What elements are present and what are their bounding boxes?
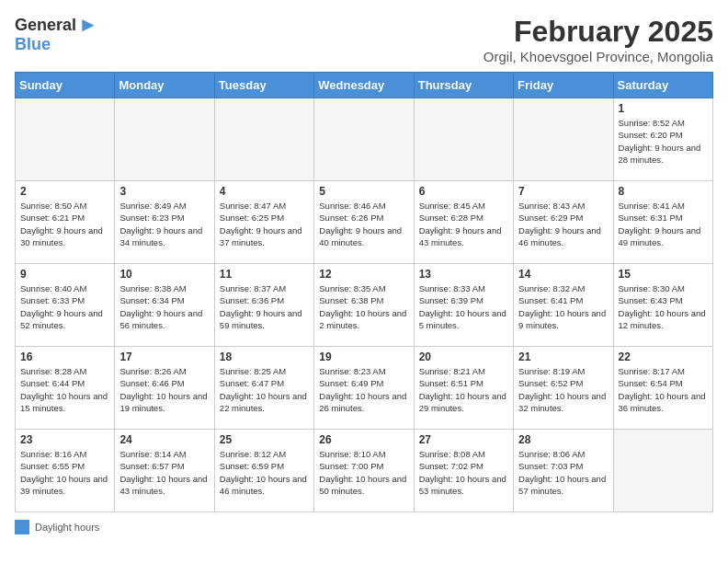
calendar-cell: 8Sunrise: 8:41 AM Sunset: 6:31 PM Daylig… bbox=[613, 181, 712, 264]
day-info: Sunrise: 8:41 AM Sunset: 6:31 PM Dayligh… bbox=[619, 200, 708, 248]
day-info: Sunrise: 8:37 AM Sunset: 6:36 PM Dayligh… bbox=[220, 282, 309, 331]
weekday-header-wednesday: Wednesday bbox=[314, 73, 414, 98]
day-number: 8 bbox=[619, 185, 708, 198]
day-info: Sunrise: 8:16 AM Sunset: 6:55 PM Dayligh… bbox=[20, 448, 109, 497]
day-number: 28 bbox=[518, 433, 608, 446]
day-info: Sunrise: 8:52 AM Sunset: 6:20 PM Dayligh… bbox=[619, 117, 708, 166]
calendar-cell: 20Sunrise: 8:21 AM Sunset: 6:51 PM Dayli… bbox=[414, 347, 513, 430]
calendar-cell bbox=[214, 98, 313, 181]
day-number: 24 bbox=[119, 433, 209, 446]
calendar-cell: 16Sunrise: 8:28 AM Sunset: 6:44 PM Dayli… bbox=[16, 347, 115, 430]
calendar-cell: 19Sunrise: 8:23 AM Sunset: 6:49 PM Dayli… bbox=[314, 347, 414, 430]
calendar-cell: 11Sunrise: 8:37 AM Sunset: 6:36 PM Dayli… bbox=[214, 264, 313, 347]
day-info: Sunrise: 8:47 AM Sunset: 6:25 PM Dayligh… bbox=[220, 200, 309, 248]
day-number: 7 bbox=[518, 185, 608, 198]
day-info: Sunrise: 8:43 AM Sunset: 6:29 PM Dayligh… bbox=[518, 200, 608, 248]
day-info: Sunrise: 8:50 AM Sunset: 6:21 PM Dayligh… bbox=[20, 200, 109, 248]
day-number: 1 bbox=[619, 102, 708, 115]
calendar-cell: 28Sunrise: 8:06 AM Sunset: 7:03 PM Dayli… bbox=[514, 430, 613, 512]
day-number: 15 bbox=[619, 268, 708, 281]
calendar-cell: 12Sunrise: 8:35 AM Sunset: 6:38 PM Dayli… bbox=[314, 264, 414, 347]
day-info: Sunrise: 8:23 AM Sunset: 6:49 PM Dayligh… bbox=[319, 365, 408, 414]
calendar-cell: 25Sunrise: 8:12 AM Sunset: 6:59 PM Dayli… bbox=[214, 430, 313, 512]
calendar-cell: 17Sunrise: 8:26 AM Sunset: 6:46 PM Dayli… bbox=[115, 347, 214, 430]
calendar-cell: 27Sunrise: 8:08 AM Sunset: 7:02 PM Dayli… bbox=[414, 430, 513, 512]
logo: General ► Blue bbox=[15, 15, 98, 54]
day-number: 11 bbox=[220, 268, 309, 281]
calendar-cell: 14Sunrise: 8:32 AM Sunset: 6:41 PM Dayli… bbox=[514, 264, 613, 347]
day-number: 14 bbox=[518, 268, 608, 281]
day-info: Sunrise: 8:35 AM Sunset: 6:38 PM Dayligh… bbox=[319, 282, 408, 331]
calendar-cell bbox=[115, 98, 214, 181]
logo-arrow-icon: ► bbox=[78, 15, 98, 35]
day-number: 13 bbox=[419, 268, 508, 281]
day-number: 17 bbox=[119, 350, 209, 363]
legend-label: Daylight hours bbox=[35, 522, 99, 533]
weekday-header-monday: Monday bbox=[115, 73, 214, 98]
main-title: February 2025 bbox=[483, 15, 713, 49]
day-info: Sunrise: 8:25 AM Sunset: 6:47 PM Dayligh… bbox=[220, 365, 309, 414]
day-info: Sunrise: 8:14 AM Sunset: 6:57 PM Dayligh… bbox=[119, 448, 209, 497]
day-number: 25 bbox=[220, 433, 309, 446]
calendar-cell bbox=[16, 98, 115, 181]
calendar-week-row-2: 9Sunrise: 8:40 AM Sunset: 6:33 PM Daylig… bbox=[16, 264, 713, 347]
legend-color-box bbox=[15, 520, 29, 534]
day-number: 19 bbox=[319, 350, 408, 363]
day-number: 26 bbox=[319, 433, 408, 446]
weekday-header-row: SundayMondayTuesdayWednesdayThursdayFrid… bbox=[16, 73, 713, 98]
logo-blue: Blue bbox=[15, 35, 51, 53]
calendar-cell: 6Sunrise: 8:45 AM Sunset: 6:28 PM Daylig… bbox=[414, 181, 513, 264]
day-info: Sunrise: 8:49 AM Sunset: 6:23 PM Dayligh… bbox=[119, 200, 209, 248]
calendar-cell: 13Sunrise: 8:33 AM Sunset: 6:39 PM Dayli… bbox=[414, 264, 513, 347]
calendar-week-row-0: 1Sunrise: 8:52 AM Sunset: 6:20 PM Daylig… bbox=[16, 98, 713, 181]
day-number: 12 bbox=[319, 268, 408, 281]
calendar-week-row-4: 23Sunrise: 8:16 AM Sunset: 6:55 PM Dayli… bbox=[16, 430, 713, 512]
day-info: Sunrise: 8:06 AM Sunset: 7:03 PM Dayligh… bbox=[518, 448, 608, 497]
calendar-cell: 15Sunrise: 8:30 AM Sunset: 6:43 PM Dayli… bbox=[613, 264, 712, 347]
calendar-week-row-1: 2Sunrise: 8:50 AM Sunset: 6:21 PM Daylig… bbox=[16, 181, 713, 264]
weekday-header-sunday: Sunday bbox=[16, 73, 115, 98]
day-info: Sunrise: 8:32 AM Sunset: 6:41 PM Dayligh… bbox=[518, 282, 608, 331]
day-info: Sunrise: 8:08 AM Sunset: 7:02 PM Dayligh… bbox=[419, 448, 508, 497]
day-info: Sunrise: 8:12 AM Sunset: 6:59 PM Dayligh… bbox=[220, 448, 309, 497]
day-info: Sunrise: 8:28 AM Sunset: 6:44 PM Dayligh… bbox=[20, 365, 109, 414]
calendar-cell bbox=[613, 430, 712, 512]
calendar-cell: 26Sunrise: 8:10 AM Sunset: 7:00 PM Dayli… bbox=[314, 430, 414, 512]
calendar-week-row-3: 16Sunrise: 8:28 AM Sunset: 6:44 PM Dayli… bbox=[16, 347, 713, 430]
day-number: 21 bbox=[518, 350, 608, 363]
day-number: 2 bbox=[20, 185, 109, 198]
subtitle: Orgil, Khoevsgoel Province, Mongolia bbox=[483, 49, 713, 64]
calendar-cell: 7Sunrise: 8:43 AM Sunset: 6:29 PM Daylig… bbox=[514, 181, 613, 264]
calendar-cell: 3Sunrise: 8:49 AM Sunset: 6:23 PM Daylig… bbox=[115, 181, 214, 264]
calendar-cell: 9Sunrise: 8:40 AM Sunset: 6:33 PM Daylig… bbox=[16, 264, 115, 347]
weekday-header-saturday: Saturday bbox=[613, 73, 712, 98]
day-number: 6 bbox=[419, 185, 508, 198]
calendar-cell: 2Sunrise: 8:50 AM Sunset: 6:21 PM Daylig… bbox=[16, 181, 115, 264]
day-number: 16 bbox=[20, 350, 109, 363]
day-number: 5 bbox=[319, 185, 408, 198]
day-number: 4 bbox=[220, 185, 309, 198]
calendar-cell bbox=[314, 98, 414, 181]
title-section: February 2025 Orgil, Khoevsgoel Province… bbox=[483, 15, 713, 64]
calendar-cell bbox=[514, 98, 613, 181]
weekday-header-friday: Friday bbox=[514, 73, 613, 98]
day-info: Sunrise: 8:19 AM Sunset: 6:52 PM Dayligh… bbox=[518, 365, 608, 414]
day-info: Sunrise: 8:33 AM Sunset: 6:39 PM Dayligh… bbox=[419, 282, 508, 331]
day-number: 23 bbox=[20, 433, 109, 446]
day-info: Sunrise: 8:45 AM Sunset: 6:28 PM Dayligh… bbox=[419, 200, 508, 248]
day-info: Sunrise: 8:30 AM Sunset: 6:43 PM Dayligh… bbox=[619, 282, 708, 331]
calendar-cell: 22Sunrise: 8:17 AM Sunset: 6:54 PM Dayli… bbox=[613, 347, 712, 430]
day-info: Sunrise: 8:10 AM Sunset: 7:00 PM Dayligh… bbox=[319, 448, 408, 497]
day-info: Sunrise: 8:26 AM Sunset: 6:46 PM Dayligh… bbox=[119, 365, 209, 414]
calendar-cell: 18Sunrise: 8:25 AM Sunset: 6:47 PM Dayli… bbox=[214, 347, 313, 430]
day-info: Sunrise: 8:38 AM Sunset: 6:34 PM Dayligh… bbox=[119, 282, 209, 331]
day-number: 18 bbox=[220, 350, 309, 363]
calendar-cell: 10Sunrise: 8:38 AM Sunset: 6:34 PM Dayli… bbox=[115, 264, 214, 347]
weekday-header-thursday: Thursday bbox=[414, 73, 513, 98]
calendar-cell bbox=[414, 98, 513, 181]
logo-general: General bbox=[15, 16, 76, 35]
day-info: Sunrise: 8:46 AM Sunset: 6:26 PM Dayligh… bbox=[319, 200, 408, 248]
day-info: Sunrise: 8:40 AM Sunset: 6:33 PM Dayligh… bbox=[20, 282, 109, 331]
calendar: SundayMondayTuesdayWednesdayThursdayFrid… bbox=[15, 72, 713, 512]
calendar-cell: 23Sunrise: 8:16 AM Sunset: 6:55 PM Dayli… bbox=[16, 430, 115, 512]
